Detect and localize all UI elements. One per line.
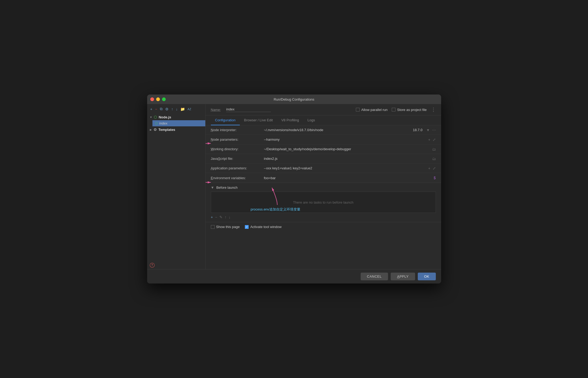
application-parameters-actions: + ⤢ — [428, 166, 436, 170]
window-controls — [150, 97, 166, 101]
before-launch-add[interactable]: + — [211, 215, 213, 219]
working-directory-value: ~/Desktop/wait_to_study/nodejs/demo/deve… — [264, 147, 432, 151]
activate-tool-window-label[interactable]: ✓ Activate tool window — [245, 225, 282, 229]
before-launch-empty: There are no tasks to run before launch — [293, 200, 353, 204]
before-launch-down[interactable]: ↓ — [229, 215, 231, 219]
javascript-file-actions: 🗂 — [432, 157, 436, 161]
name-input-container — [226, 107, 271, 112]
add-config-button[interactable]: + — [150, 106, 153, 112]
before-launch-up[interactable]: ↑ — [225, 215, 227, 219]
javascript-file-value: index2.js — [264, 157, 432, 161]
env-vars-dollar[interactable]: $ — [434, 176, 436, 180]
footer: CANCEL APPLY OK — [147, 269, 441, 284]
node-parameters-add[interactable]: + — [428, 138, 430, 142]
index-icon: ⬡ — [155, 122, 158, 125]
folder-button[interactable]: 📁 — [180, 106, 185, 112]
move-up-button[interactable]: ↑ — [171, 106, 174, 112]
close-button[interactable] — [150, 97, 154, 101]
working-directory-label: Working directory: — [211, 147, 264, 151]
run-debug-configurations-window: Run/Debug Configurations + − ⧉ ⚙ ↑ ↓ 📁 A… — [147, 94, 441, 284]
before-launch-section: ▼ Before launch There are no tasks to ru… — [206, 183, 441, 222]
templates-label: Templates — [159, 128, 175, 132]
application-parameters-row: Application parameters: --xxx key1=value… — [206, 164, 441, 173]
expand-arrow-templates: ▶ — [150, 128, 152, 131]
environment-variables-label: Environment variables: — [211, 176, 264, 180]
config-form: Node interpreter: ~/.nvm/versions/node/v… — [206, 125, 441, 269]
before-launch-header: ▼ Before launch — [211, 186, 436, 190]
store-as-project-file-label[interactable]: Store as project file — [392, 108, 427, 112]
copy-config-button[interactable]: ⧉ — [159, 106, 163, 112]
bottom-options: Show this page ✓ Activate tool window — [206, 222, 441, 231]
node-interpreter-value: ~/.nvm/versions/node/v18.7.0/bin/node — [264, 128, 413, 132]
name-input[interactable] — [226, 107, 271, 111]
node-version-dropdown[interactable]: ▼ — [426, 128, 430, 132]
application-parameters-value: --xxx key1=value1 key2=value2 — [264, 166, 428, 170]
more-options-button[interactable]: ⋮ — [431, 107, 436, 113]
sort-button[interactable]: AZ — [187, 107, 192, 111]
ok-button[interactable]: OK — [418, 273, 436, 280]
tab-logs[interactable]: Logs — [303, 115, 319, 125]
form-section: Node interpreter: ~/.nvm/versions/node/v… — [206, 125, 441, 183]
node-parameters-value: --harmony — [264, 138, 428, 141]
node-interpreter-label: Node interpreter: — [211, 128, 264, 132]
index-label: index — [159, 121, 168, 125]
before-launch-edit[interactable]: ✎ — [219, 215, 223, 219]
templates-icon: ⚙ — [154, 127, 157, 132]
sidebar-item-templates[interactable]: ▶ ⚙ Templates — [147, 126, 205, 133]
minimize-button[interactable] — [156, 97, 160, 101]
help-icon[interactable]: ? — [147, 261, 205, 269]
maximize-button[interactable] — [162, 97, 166, 101]
nodejs-label: Node.js — [159, 115, 171, 119]
node-parameters-actions: + ⤢ — [428, 138, 436, 142]
tab-v8-profiling[interactable]: V8 Profiling — [277, 115, 303, 125]
activate-tool-window-text: Activate tool window — [250, 225, 282, 229]
nodejs-icon: ⬡ — [154, 115, 157, 119]
javascript-file-label: JavaScript file: — [211, 157, 264, 161]
sidebar-item-nodejs[interactable]: ▼ ⬡ Node.js — [147, 114, 205, 120]
allow-parallel-run-text: Allow parallel run — [361, 108, 387, 112]
working-directory-actions: 🗂 — [432, 147, 436, 151]
environment-variables-row: Environment variables: foo=bar $ — [206, 173, 441, 183]
activate-tool-window-checkbox[interactable]: ✓ — [245, 225, 249, 229]
working-directory-browse[interactable]: 🗂 — [432, 147, 436, 151]
before-launch-body: There are no tasks to run before launch — [211, 192, 436, 213]
tab-browser-live-edit[interactable]: Browser / Live Edit — [240, 115, 277, 125]
environment-variables-actions: $ — [434, 176, 436, 180]
working-directory-row: Working directory: ~/Desktop/wait_to_stu… — [206, 144, 441, 154]
name-label: Name: — [211, 108, 221, 112]
show-this-page-label[interactable]: Show this page — [211, 225, 240, 229]
node-parameters-expand[interactable]: ⤢ — [433, 138, 436, 142]
store-as-project-file-text: Store as project file — [397, 108, 427, 112]
javascript-file-browse[interactable]: 🗂 — [432, 157, 436, 161]
sidebar-toolbar: + − ⧉ ⚙ ↑ ↓ 📁 AZ — [147, 104, 205, 114]
apply-button[interactable]: APPLY — [391, 273, 415, 280]
settings-button[interactable]: ⚙ — [165, 106, 169, 112]
javascript-file-row: JavaScript file: index2.js 🗂 — [206, 154, 441, 164]
expand-arrow-nodejs: ▼ — [150, 116, 152, 119]
store-as-project-file-checkbox[interactable] — [392, 108, 395, 111]
node-parameters-row: Node parameters: --harmony + ⤢ — [206, 135, 441, 144]
allow-parallel-run-checkbox[interactable] — [356, 108, 360, 111]
app-params-add[interactable]: + — [428, 166, 430, 170]
application-parameters-label: Application parameters: — [211, 166, 264, 170]
cancel-button[interactable]: CANCEL — [361, 273, 388, 280]
remove-config-button[interactable]: − — [155, 106, 158, 112]
config-header: Name: Allow parallel run Store as projec… — [206, 104, 441, 115]
move-down-button[interactable]: ↓ — [175, 106, 178, 112]
node-parameters-label: Node parameters: — [211, 138, 264, 141]
window-title: Run/Debug Configurations — [274, 97, 314, 101]
app-params-expand[interactable]: ⤢ — [433, 166, 436, 170]
node-interpreter-actions: 18.7.0 ▼ ⋯ — [413, 128, 436, 132]
sidebar-item-index[interactable]: ⬡ index — [152, 120, 205, 126]
main-content: + − ⧉ ⚙ ↑ ↓ 📁 AZ ▼ ⬡ Node.js ⬡ — [147, 104, 441, 269]
tab-configuration[interactable]: Configuration — [211, 115, 240, 125]
node-interpreter-row: Node interpreter: ~/.nvm/versions/node/v… — [206, 125, 441, 135]
before-launch-remove[interactable]: − — [215, 215, 217, 219]
header-options: Allow parallel run Store as project file… — [356, 107, 436, 113]
environment-variables-value: foo=bar — [264, 176, 434, 180]
node-interpreter-more[interactable]: ⋯ — [432, 128, 436, 132]
show-this-page-text: Show this page — [216, 225, 240, 229]
show-this-page-checkbox[interactable] — [211, 225, 215, 229]
allow-parallel-run-label[interactable]: Allow parallel run — [356, 108, 387, 112]
before-launch-title: Before launch — [216, 186, 237, 190]
